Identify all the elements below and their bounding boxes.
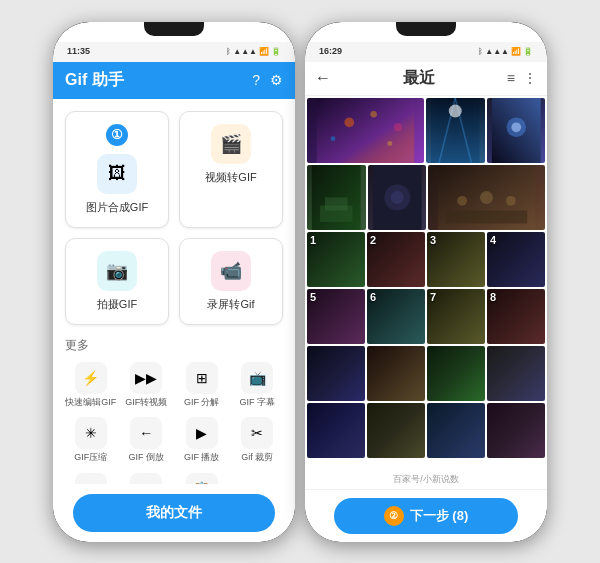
status-icons-left: ᛒ ▲▲▲ 📶 🔋 — [226, 47, 281, 56]
screen-gif-button[interactable]: 📹 录屏转Gif — [179, 238, 283, 325]
screen-icon: 📹 — [211, 251, 251, 291]
next-step-button[interactable]: ② 下一步 (8) — [334, 498, 519, 534]
notch-left — [144, 22, 204, 36]
photo-num-1[interactable]: 1 — [307, 232, 365, 287]
photo-3[interactable] — [487, 98, 546, 163]
settings-icon[interactable]: ⚙ — [270, 72, 283, 88]
screen-gif-label: 录屏转Gif — [207, 297, 254, 312]
status-icons-right: ᛒ ▲▲▲ 📶 🔋 — [478, 47, 533, 56]
time-right: 16:29 — [319, 46, 342, 56]
right-phone: 16:29 ᛒ ▲▲▲ 📶 🔋 ← 最近 ≡ ⋮ — [305, 22, 547, 542]
dark-photo-3[interactable] — [427, 346, 485, 401]
num-label-2: 2 — [370, 234, 376, 246]
gif-crop-icon: ✂ — [241, 417, 273, 449]
gif-to-video-item[interactable]: ▶▶ GIF转视频 — [121, 362, 173, 408]
gif-compress-label: GIF压缩 — [74, 452, 107, 463]
gif-to-video-label: GIF转视频 — [125, 397, 167, 408]
right-screen-content: 16:29 ᛒ ▲▲▲ 📶 🔋 ← 最近 ≡ ⋮ — [305, 22, 547, 542]
camera-icon: 📷 — [97, 251, 137, 291]
photo-num-6[interactable]: 6 — [367, 289, 425, 344]
dark-photo-5[interactable] — [307, 403, 365, 458]
battery-icon: 🔋 — [271, 47, 281, 56]
notch-right — [396, 22, 456, 36]
svg-point-22 — [480, 191, 493, 204]
time-left: 11:35 — [67, 46, 90, 56]
numbered-grid: 1 2 3 4 5 — [307, 232, 545, 344]
photo-row-1 — [307, 98, 545, 163]
my-files-button[interactable]: 我的文件 — [73, 494, 275, 532]
svg-point-18 — [390, 191, 403, 204]
camera-gif-label: 拍摄GIF — [97, 297, 137, 312]
svg-point-23 — [506, 195, 516, 205]
filter-icon[interactable]: ≡ — [507, 70, 515, 86]
gif-crop-item[interactable]: ✂ Gif 裁剪 — [232, 417, 284, 463]
gif-reverse-label: GIF 倒放 — [129, 452, 165, 463]
video-icon: 🎬 — [211, 124, 251, 164]
num-label-3: 3 — [430, 234, 436, 246]
gif-reverse-icon: ← — [130, 417, 162, 449]
dark-photo-6[interactable] — [367, 403, 425, 458]
status-bar-right: 16:29 ᛒ ▲▲▲ 📶 🔋 — [305, 42, 547, 62]
badge-1: ① — [106, 124, 128, 146]
dark-photo-1[interactable] — [307, 346, 365, 401]
dark-photo-2[interactable] — [367, 346, 425, 401]
gif-to-video-icon: ▶▶ — [130, 362, 162, 394]
video-to-gif-button[interactable]: 🎬 视频转GIF — [179, 111, 283, 228]
right-title: 最近 — [339, 68, 499, 89]
photo-1[interactable] — [307, 98, 424, 163]
more-icon[interactable]: ⋮ — [523, 70, 537, 86]
gif-reverse-item[interactable]: ← GIF 倒放 — [121, 417, 173, 463]
next-step-label: 下一步 (8) — [410, 507, 469, 525]
svg-point-9 — [449, 104, 462, 117]
gif-play-icon: ▶ — [186, 417, 218, 449]
dark-grid-2 — [307, 403, 545, 458]
svg-point-1 — [344, 117, 354, 127]
photo-num-3[interactable]: 3 — [427, 232, 485, 287]
bottom-bar-left: 我的文件 — [53, 484, 295, 542]
right-header-icons: ≡ ⋮ — [507, 70, 537, 86]
left-screen: 11:35 ᛒ ▲▲▲ 📶 🔋 Gif 助手 ? ⚙ — [53, 22, 295, 542]
img-to-gif-label: 图片合成GIF — [86, 200, 148, 215]
svg-point-4 — [331, 136, 336, 141]
step-badge: ② — [384, 506, 404, 526]
img-to-gif-button[interactable]: ① 🖼 图片合成GIF — [65, 111, 169, 228]
photo-num-8[interactable]: 8 — [487, 289, 545, 344]
watermark: 百家号/小新说数 — [305, 473, 547, 486]
dark-photo-8[interactable] — [487, 403, 545, 458]
gif-caption-icon: 📺 — [241, 362, 273, 394]
svg-rect-20 — [446, 210, 527, 223]
signal-icon-r: ▲▲▲ — [485, 47, 509, 56]
battery-icon-r: 🔋 — [523, 47, 533, 56]
video-to-gif-label: 视频转GIF — [205, 170, 256, 185]
photo-num-7[interactable]: 7 — [427, 289, 485, 344]
photo-num-4[interactable]: 4 — [487, 232, 545, 287]
photo-row-2 — [307, 165, 545, 230]
num-label-6: 6 — [370, 291, 376, 303]
right-bottom-bar: ② 下一步 (8) — [305, 489, 547, 542]
gif-split-icon: ⊞ — [186, 362, 218, 394]
gif-play-item[interactable]: ▶ GIF 播放 — [176, 417, 228, 463]
svg-point-3 — [394, 123, 402, 131]
bt-icon-r: ᛒ — [478, 47, 483, 56]
photo-num-5[interactable]: 5 — [307, 289, 365, 344]
camera-gif-button[interactable]: 📷 拍摄GIF — [65, 238, 169, 325]
photo-num-2[interactable]: 2 — [367, 232, 425, 287]
photo-5[interactable] — [368, 165, 427, 230]
photo-2[interactable] — [426, 98, 485, 163]
img-icon: 🖼 — [97, 154, 137, 194]
svg-rect-15 — [325, 197, 348, 210]
gif-compress-item[interactable]: ✳ GIF压缩 — [65, 417, 117, 463]
fast-edit-item[interactable]: ⚡ 快速编辑GIF — [65, 362, 117, 408]
dark-photo-4[interactable] — [487, 346, 545, 401]
gif-caption-item[interactable]: 📺 GIF 字幕 — [232, 362, 284, 408]
num-label-4: 4 — [490, 234, 496, 246]
photo-4[interactable] — [307, 165, 366, 230]
back-button[interactable]: ← — [315, 69, 331, 87]
num-label-5: 5 — [310, 291, 316, 303]
help-icon[interactable]: ? — [252, 72, 260, 88]
photo-6[interactable] — [428, 165, 545, 230]
dark-photo-7[interactable] — [427, 403, 485, 458]
gif-split-item[interactable]: ⊞ GIF 分解 — [176, 362, 228, 408]
app-title: Gif 助手 — [65, 70, 124, 91]
wifi-icon-r: 📶 — [511, 47, 521, 56]
